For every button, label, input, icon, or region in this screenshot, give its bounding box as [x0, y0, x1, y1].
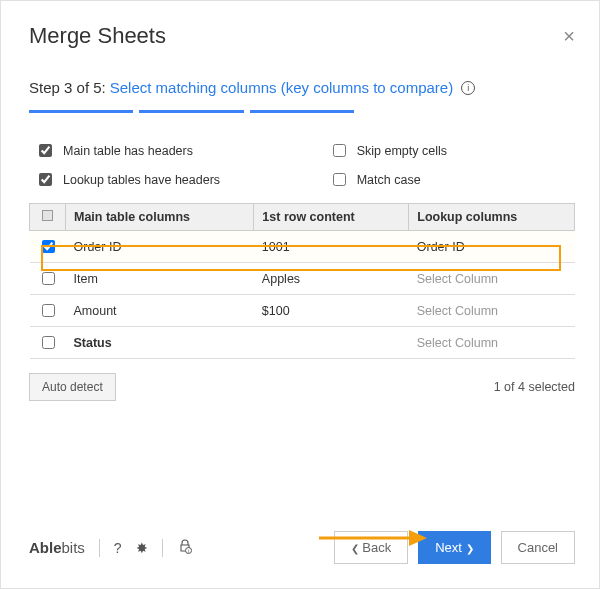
row-checkbox[interactable] — [42, 304, 55, 317]
cell-lookup-select[interactable]: Select Column — [409, 295, 575, 327]
cell-main-column: Amount — [66, 295, 254, 327]
header-main-col: Main table columns — [66, 204, 254, 231]
selection-count: 1 of 4 selected — [494, 380, 575, 394]
table-row[interactable]: ItemApplesSelect Column — [30, 263, 575, 295]
checkbox-match-case[interactable] — [333, 173, 346, 186]
checkbox-lookup-headers[interactable] — [39, 173, 52, 186]
close-icon[interactable]: × — [563, 25, 575, 48]
cancel-button[interactable]: Cancel — [501, 531, 575, 564]
lock-info-icon[interactable]: i — [177, 538, 193, 557]
row-checkbox[interactable] — [42, 240, 55, 253]
step-prefix: Step 3 of 5: — [29, 79, 106, 96]
divider — [162, 539, 163, 557]
step-title-link[interactable]: Select matching columns (key columns to … — [110, 79, 453, 96]
divider — [99, 539, 100, 557]
cell-lookup-select[interactable]: Order ID — [409, 231, 575, 263]
next-button[interactable]: Next ❯ — [418, 531, 490, 564]
row-checkbox[interactable] — [42, 272, 55, 285]
option-match-case[interactable]: Match case — [329, 170, 569, 189]
table-row[interactable]: Order ID1001Order ID — [30, 231, 575, 263]
option-lookup-headers[interactable]: Lookup tables have headers — [35, 170, 329, 189]
cell-lookup-select[interactable]: Select Column — [409, 263, 575, 295]
bug-icon[interactable]: ✸ — [136, 540, 148, 556]
table-row[interactable]: StatusSelect Column — [30, 327, 575, 359]
label-skip-empty: Skip empty cells — [357, 144, 447, 158]
progress-bar — [29, 110, 575, 113]
help-icon[interactable]: ? — [114, 540, 122, 556]
label-lookup-headers: Lookup tables have headers — [63, 173, 220, 187]
option-main-headers[interactable]: Main table has headers — [35, 141, 329, 160]
row-checkbox[interactable] — [42, 336, 55, 349]
columns-table: Main table columns 1st row content Looku… — [29, 203, 575, 359]
info-icon[interactable]: i — [461, 81, 475, 95]
label-match-case: Match case — [357, 173, 421, 187]
row-checkbox-cell[interactable] — [30, 231, 66, 263]
cell-main-column: Item — [66, 263, 254, 295]
auto-detect-button[interactable]: Auto detect — [29, 373, 116, 401]
step-description: Step 3 of 5: Select matching columns (ke… — [29, 79, 575, 96]
row-checkbox-cell[interactable] — [30, 327, 66, 359]
back-button[interactable]: ❮ Back — [334, 531, 409, 564]
header-select-all[interactable] — [30, 204, 66, 231]
row-checkbox-cell[interactable] — [30, 263, 66, 295]
cell-first-row: 1001 — [254, 231, 409, 263]
cell-main-column: Status — [66, 327, 254, 359]
header-lookup-col: Lookup columns — [409, 204, 575, 231]
checkbox-main-headers[interactable] — [39, 144, 52, 157]
dialog-title: Merge Sheets — [29, 23, 166, 49]
cell-main-column: Order ID — [66, 231, 254, 263]
header-first-row: 1st row content — [254, 204, 409, 231]
checkbox-skip-empty[interactable] — [333, 144, 346, 157]
svg-text:i: i — [188, 548, 189, 554]
table-row[interactable]: Amount$100Select Column — [30, 295, 575, 327]
cell-first-row: Apples — [254, 263, 409, 295]
cell-first-row — [254, 327, 409, 359]
cell-lookup-select[interactable]: Select Column — [409, 327, 575, 359]
label-main-headers: Main table has headers — [63, 144, 193, 158]
brand-logo: Ablebits — [29, 539, 85, 556]
cell-first-row: $100 — [254, 295, 409, 327]
option-skip-empty[interactable]: Skip empty cells — [329, 141, 569, 160]
row-checkbox-cell[interactable] — [30, 295, 66, 327]
